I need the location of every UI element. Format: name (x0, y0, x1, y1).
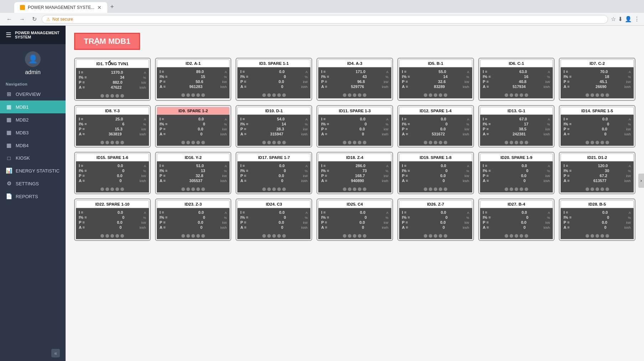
current-row: I = 0.0 A (483, 210, 550, 215)
current-pct-unit: % (547, 75, 550, 79)
card-footer (399, 232, 472, 239)
device-card-id27[interactable]: ID27. B-4 I = 0.0 A I% = 0 % P = 0.0 kW … (478, 198, 555, 241)
card-body: I = 0.0 A I% = 0 % P = 0.0 kW A = 0 kWh (318, 115, 391, 139)
sidebar-item-overview[interactable]: ⊞ OVERVIEW (0, 88, 66, 100)
reload-button[interactable]: ↻ (30, 14, 39, 24)
current-pct-label: I% = (402, 215, 410, 220)
device-card-id8[interactable]: ID8. Y-3 I = 25.0 A I% = 6 % P = 15.3 kW… (74, 105, 151, 148)
forward-button[interactable]: → (17, 15, 27, 24)
device-card-id18[interactable]: ID18. Z-4 I = 286.0 A I% = 73 % P = 168.… (316, 152, 393, 194)
device-card-id15[interactable]: ID15. SPARE 1-6 I = 0.0 A I% = 0 % P = 0… (74, 152, 151, 194)
device-card-id13[interactable]: ID13. G-1 I = 67.0 A I% = 17 % P = 38.5 … (478, 105, 555, 148)
sidebar-item-kiosk[interactable]: □ KIOSK (0, 152, 66, 164)
active-tab[interactable]: POWER MANAGEMENT SYSTE... ✕ (14, 2, 107, 13)
card-body: I = 0.0 A I% = 0 % P = 0.0 kW A = 0 kWh (237, 67, 310, 92)
device-card-id1[interactable]: ID1. TỔNG TVN1 I = 1370.0 A I% = 34 % P … (74, 58, 151, 101)
right-panel-toggle[interactable]: › (638, 174, 644, 188)
indicator (505, 187, 508, 191)
device-card-id6[interactable]: ID6. C-1 I = 63.0 A I% = 16 % P = 40.8 k… (478, 58, 555, 101)
device-card-id17[interactable]: ID17. SPARE 1-7 I = 0.0 A I% = 0 % P = 0… (236, 152, 312, 194)
download-button[interactable]: ⬇ (618, 16, 623, 22)
device-card-id2[interactable]: ID2. A-1 I = 89.0 A I% = 15 % P = 50.6 k… (155, 58, 232, 101)
indicator (186, 234, 190, 238)
indicator (267, 141, 271, 144)
current-unit: A (629, 164, 631, 168)
power-value: 882.0 (103, 80, 123, 84)
device-card-id12[interactable]: ID12. SPARE 1-4 I = 0.0 A I% = 0 % P = 0… (397, 105, 474, 148)
indicator (515, 141, 518, 144)
device-card-id19[interactable]: ID19. SPARE 1-8 I = 0.0 A I% = 0 % P = 0… (397, 152, 474, 194)
indicator (120, 141, 124, 144)
indicator (358, 141, 361, 144)
current-row: I = 70.0 A (563, 69, 631, 74)
current-pct-label: I% = (160, 74, 168, 79)
device-card-id5[interactable]: ID5. B-1 I = 55.0 A I% = 14 % P = 32.6 k… (397, 58, 474, 101)
address-bar[interactable]: ⚠ Not secure (42, 15, 608, 24)
current-pct-label: I% = (483, 169, 491, 173)
device-card-id22[interactable]: ID22. SPARE 1-10 I = 0.0 A I% = 0 % P = … (74, 198, 151, 241)
power-row: P = 0.0 kW (402, 174, 469, 178)
current-pct-value: 0 (509, 169, 529, 173)
indicator (353, 141, 356, 144)
indicator (520, 141, 523, 144)
bookmark-button[interactable]: ☆ (611, 16, 616, 22)
indicator (272, 187, 276, 191)
sidebar-item-reports[interactable]: 📄 REPORTS (0, 190, 66, 203)
indicator (181, 93, 185, 97)
device-card-id10[interactable]: ID10. D-1 I = 54.0 A I% = 14 % P = 28.3 … (236, 105, 312, 148)
sidebar-item-mdb2[interactable]: ▦ MDB2 (0, 113, 66, 126)
indicator (272, 93, 276, 97)
device-card-id14[interactable]: ID14. SPARE 1-5 I = 0.0 A I% = 0 % P = 0… (559, 105, 635, 148)
device-card-id7[interactable]: ID7. C-2 I = 70.0 A I% = 18 % P = 45.1 k… (559, 58, 635, 101)
indicator (586, 93, 589, 97)
indicator (115, 187, 119, 191)
indicator (439, 141, 442, 144)
current-unit: A (467, 211, 469, 215)
card-body: I = 25.0 A I% = 6 % P = 15.3 kW A = 3638… (76, 115, 149, 139)
sidebar-collapse-button[interactable]: « (51, 349, 60, 357)
device-card-id11[interactable]: ID11. SPARE 1-3 I = 0.0 A I% = 0 % P = 0… (316, 105, 393, 148)
sidebar-item-mdb1[interactable]: ▦ MDB1 (0, 100, 66, 113)
power-label: P = (321, 127, 327, 131)
power-label: P = (79, 174, 85, 178)
current-unit: A (225, 70, 227, 74)
indicator (120, 187, 124, 191)
device-card-id21[interactable]: ID21. D1-2 I = 120.0 A I% = 30 % P = 67.… (559, 152, 635, 194)
energy-value: 0 (425, 225, 445, 230)
menu-button[interactable]: ⋮ (634, 16, 640, 22)
card-footer (237, 92, 310, 98)
device-card-id4[interactable]: ID4. A-3 I = 171.0 A I% = 43 % P = 96.8 … (316, 58, 393, 101)
indicator (429, 234, 432, 238)
current-row: I = 120.0 A (563, 164, 631, 168)
back-button[interactable]: ← (4, 15, 14, 24)
device-card-id26[interactable]: ID26. Z-7 I = 0.0 A I% = 0 % P = 0.0 kW … (397, 198, 474, 241)
device-card-id23[interactable]: ID23. Z-3 I = 0.0 A I% = 0 % P = 0.0 kW … (155, 198, 232, 241)
device-card-id28[interactable]: ID28. B-5 I = 0.0 A I% = 0 % P = 0.0 kW … (559, 198, 635, 241)
power-unit: kW (303, 128, 308, 131)
sidebar-item-mdb3[interactable]: ▦ MDB3 (0, 126, 66, 139)
energy-unit: kWh (463, 179, 469, 183)
device-card-id9[interactable]: ID9. SPARE 1-2 I = 0.0 A I% = 0 % P = 0.… (155, 105, 232, 148)
tab-close[interactable]: ✕ (97, 5, 102, 10)
new-tab-button[interactable]: + (107, 1, 117, 13)
device-card-id25[interactable]: ID25. C4 I = 0.0 A I% = 0 % P = 0.0 kW A… (316, 198, 393, 241)
device-card-id20[interactable]: ID20. SPARE 1-9 I = 0.0 A I% = 0 % P = 0… (478, 152, 555, 194)
indicator (520, 93, 523, 97)
current-pct-row: I% = 43 % (321, 74, 388, 79)
sidebar-item-settings[interactable]: ⚙ SETTINGS (0, 177, 66, 190)
card-header: ID21. D1-2 (561, 154, 634, 161)
device-card-id24[interactable]: ID24. C3 I = 0.0 A I% = 0 % P = 0.0 kW A… (236, 198, 312, 241)
sidebar-item-mdb4[interactable]: ▦ MDB4 (0, 139, 66, 152)
card-body: I = 0.0 A I% = 0 % P = 0.0 kW A = 0 kWh (480, 208, 553, 232)
device-card-id16[interactable]: ID16. Y-2 I = 51.0 A I% = 13 % P = 32.8 … (155, 152, 232, 194)
energy-unit: kWh (301, 226, 308, 230)
current-pct-value: 0 (347, 122, 367, 126)
sidebar-item-energy[interactable]: 📊 ENERGY STATISTIC (0, 164, 66, 177)
profile-button[interactable]: 👤 (625, 16, 632, 22)
current-row: I = 54.0 A (240, 117, 308, 121)
energy-row: A = 363819 kWh (79, 132, 146, 136)
menu-icon[interactable]: ☰ (6, 31, 11, 39)
current-value: 0.0 (103, 210, 123, 215)
device-card-id3[interactable]: ID3. SPARE 1-1 I = 0.0 A I% = 0 % P = 0.… (236, 58, 312, 101)
indicator (444, 93, 447, 97)
